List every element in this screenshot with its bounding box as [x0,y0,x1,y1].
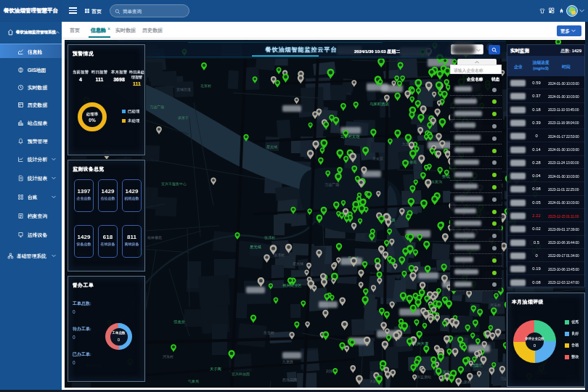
svg-text:宜兴市服务中心: 宜兴市服务中心 [161,181,187,186]
svg-text:河东村: 河东村 [490,303,501,308]
svg-text:万达广场: 万达广场 [324,182,339,187]
svg-text:星光城: 星光城 [293,261,303,266]
svg-text:水富沟: 水富沟 [431,179,442,184]
svg-text:张泽村: 张泽村 [274,253,285,258]
svg-text:张泽村: 张泽村 [264,235,275,240]
svg-text:文化宫: 文化宫 [372,156,383,161]
svg-text:裕兴商业区: 裕兴商业区 [282,283,302,288]
svg-text:星光城: 星光城 [250,245,262,250]
svg-text:天子阁: 天子阁 [210,367,221,372]
svg-text:大刘: 大刘 [369,379,377,384]
svg-text:桂林馨苑: 桂林馨苑 [147,235,162,240]
svg-text:毛家村: 毛家村 [200,83,211,89]
svg-text:万达广场: 万达广场 [150,105,164,110]
svg-text:星光城: 星光城 [266,144,277,150]
svg-text:乌家村酒店: 乌家村酒店 [369,102,389,107]
svg-text:河东村: 河东村 [163,354,173,359]
svg-text:西氿花园: 西氿花园 [282,377,297,383]
svg-text:宜兴科技园: 宜兴科技园 [232,372,250,377]
svg-text:岳堂村: 岳堂村 [263,330,274,335]
svg-text:马凌村宾馆: 马凌村宾馆 [340,134,360,139]
svg-text:气象局: 气象局 [188,379,199,384]
svg-text:九龙路: 九龙路 [282,359,293,364]
svg-text:宜城街道: 宜城街道 [176,87,191,92]
svg-text:佳兆业: 佳兆业 [173,319,186,324]
svg-text:谈家干: 谈家干 [178,115,189,120]
